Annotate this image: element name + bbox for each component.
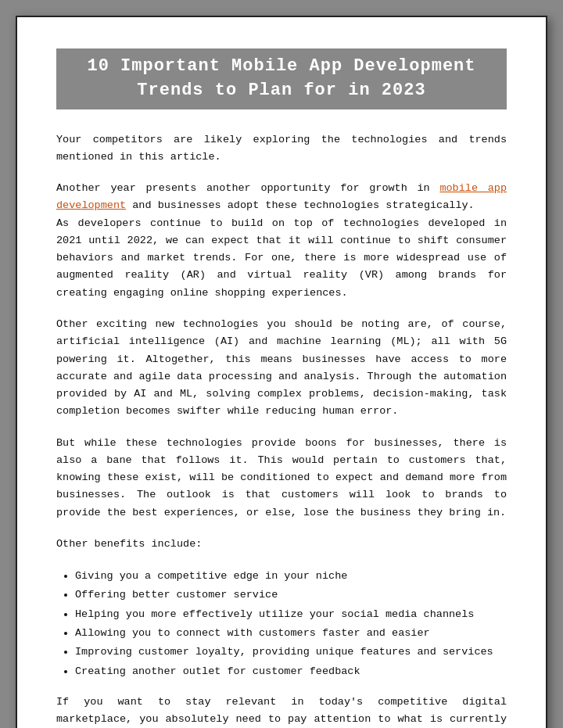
- list-item: Allowing you to connect with customers f…: [75, 624, 507, 643]
- paragraph-2-after-link: and businesses adopt these technologies …: [56, 199, 507, 298]
- title-block: 10 Important Mobile App Development Tren…: [56, 48, 507, 109]
- list-item: Helping you more effectively utilize you…: [75, 605, 507, 624]
- paragraph-2: Another year presents another opportunit…: [56, 180, 507, 302]
- list-item: Improving customer loyalty, providing un…: [75, 643, 507, 662]
- title-line2: Trends to Plan for in 2023: [137, 81, 425, 100]
- closing-paragraph: If you want to stay relevant in today's …: [56, 694, 507, 728]
- paragraph-5: Other benefits include:: [56, 536, 507, 553]
- benefits-list: Giving you a competitive edge in your ni…: [75, 567, 507, 681]
- list-item: Creating another outlet for customer fee…: [75, 662, 507, 681]
- list-item: Giving you a competitive edge in your ni…: [75, 567, 507, 586]
- page-title: 10 Important Mobile App Development Tren…: [66, 55, 497, 103]
- paragraph-2-before-link: Another year presents another opportunit…: [56, 182, 439, 194]
- title-line1: 10 Important Mobile App Development: [87, 56, 475, 76]
- list-item: Offering better customer service: [75, 586, 507, 604]
- paragraph-3: Other exciting new technologies you shou…: [56, 316, 507, 421]
- paragraph-1: Your competitors are likely exploring th…: [56, 131, 507, 167]
- page-container: 10 Important Mobile App Development Tren…: [16, 16, 547, 728]
- paragraph-4: But while these technologies provide boo…: [56, 435, 507, 522]
